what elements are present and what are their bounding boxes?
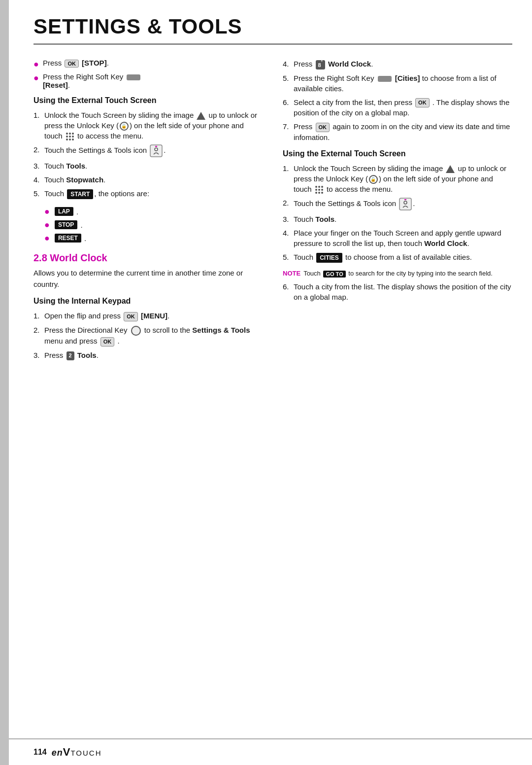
right-top-steps: 4. Press 8* World Clock. 5. Press the Ri… <box>283 59 512 142</box>
list-item: 4. Press 8* World Clock. <box>283 59 512 70</box>
footer-brand: enVTOUCH <box>52 746 102 759</box>
cities-badge: CITIES <box>316 253 342 263</box>
list-item: ● LAP . <box>44 206 263 217</box>
footer-brand-v: V <box>63 746 71 758</box>
list-item: 6. Touch a city from the list. The displ… <box>283 281 512 302</box>
bullet-stop: ● Press OK [STOP]. <box>33 59 263 70</box>
bullet-dot: ● <box>44 220 50 230</box>
ok-key-menu: OK <box>124 312 138 321</box>
directional-key-icon <box>131 326 141 336</box>
list-item: 6. Select a city from the list, then pre… <box>283 97 512 118</box>
page: SETTINGS & TOOLS ● Press OK [STOP]. ● Pr… <box>0 0 532 765</box>
internal-keypad-steps: 1. Open the flip and press OK [MENU]. 2.… <box>33 311 263 360</box>
list-item: 7. Press OK again to zoom in on the city… <box>283 121 512 142</box>
list-item: 3. Touch Tools. <box>283 214 512 224</box>
soft-key-icon <box>127 74 140 80</box>
left-column: ● Press OK [STOP]. ● Press the Right Sof… <box>33 59 263 367</box>
triangle-up-icon <box>197 112 205 120</box>
num8-badge: 8* <box>316 60 325 70</box>
bullet-reset: ● Press the Right Soft Key [Reset]. <box>33 72 263 89</box>
footer-brand-touch: TOUCH <box>70 749 101 757</box>
bullet-dot: ● <box>33 73 39 83</box>
right-column: 4. Press 8* World Clock. 5. Press the Ri… <box>283 59 512 367</box>
list-item: 4. Touch Stopwatch. <box>33 174 263 185</box>
internal-keypad-heading: Using the Internal Keypad <box>33 297 263 306</box>
ok-key: OK <box>415 98 430 107</box>
ok-key: OK <box>65 60 79 68</box>
list-item: ● STOP . <box>44 219 263 230</box>
grid-icon <box>66 133 74 140</box>
footer-page-number: 114 <box>33 748 47 757</box>
list-item: 5. Touch START, the options are: <box>33 188 263 199</box>
list-item: 4. Place your finger on the Touch Screen… <box>283 228 512 248</box>
list-item: 5. Press the Right Soft Key [Cities] to … <box>283 73 512 94</box>
stop-badge: STOP <box>55 220 77 229</box>
grid-icon <box>315 186 323 194</box>
bullet-dot: ● <box>33 59 39 70</box>
list-item: 2. Touch the Settings & Tools icon . <box>33 144 263 157</box>
world-clock-title: 2.8 World Clock <box>33 252 263 264</box>
list-item: 1. Open the flip and press OK [MENU]. <box>33 311 263 321</box>
reset-badge: RESET <box>55 234 81 243</box>
two-column-layout: ● Press OK [STOP]. ● Press the Right Sof… <box>33 59 512 367</box>
list-item: 1. Unlock the Touch Screen by sliding th… <box>33 110 263 141</box>
unlock-key-icon: 🔓 <box>369 175 378 184</box>
ok-key-press: OK <box>100 337 115 347</box>
ext-touch-steps-left: 1. Unlock the Touch Screen by sliding th… <box>33 110 263 199</box>
ext-touch-steps-right-bottom: 6. Touch a city from the list. The displ… <box>283 281 512 302</box>
note-box: NOTE Touch GO TO to search for the city … <box>283 270 512 278</box>
left-bar <box>0 0 9 765</box>
footer-brand-en: en <box>52 748 63 758</box>
list-item: ● RESET . <box>44 233 263 243</box>
bullet-dot: ● <box>44 233 50 243</box>
list-item: 3. Press 2 Tools. <box>33 350 263 360</box>
top-bullets: ● Press OK [STOP]. ● Press the Right Sof… <box>33 59 263 89</box>
footer: 114 enVTOUCH <box>9 738 532 765</box>
lap-badge: LAP <box>55 207 73 216</box>
world-clock-desc: Allows you to determine the current time… <box>33 268 263 290</box>
unlock-key-icon: 🔓 <box>120 122 129 131</box>
note-label: NOTE <box>283 270 300 277</box>
ok-key: OK <box>316 123 330 132</box>
ext-touch-heading-left: Using the External Touch Screen <box>33 96 263 105</box>
start-badge: START <box>67 189 93 200</box>
soft-key-icon <box>378 76 392 82</box>
list-item: 3. Touch Tools. <box>33 161 263 171</box>
ext-touch-steps-right: 1. Unlock the Touch Screen by sliding th… <box>283 163 512 263</box>
goto-badge: GO TO <box>323 271 345 278</box>
bullet-dot: ● <box>44 207 50 217</box>
list-item: 1. Unlock the Touch Screen by sliding th… <box>283 163 512 194</box>
content: SETTINGS & TOOLS ● Press OK [STOP]. ● Pr… <box>9 0 532 397</box>
options-list: ● LAP . ● STOP . ● RESET . <box>44 206 263 243</box>
settings-tools-icon <box>150 144 163 157</box>
settings-tools-icon-right <box>399 198 412 210</box>
list-item: 2. Touch the Settings & Tools icon . <box>283 198 512 210</box>
triangle-up-icon <box>446 165 455 173</box>
num2-badge: 2 <box>66 351 74 360</box>
list-item: 2. Press the Directional Key to scroll t… <box>33 325 263 347</box>
page-title: SETTINGS & TOOLS <box>33 15 512 45</box>
list-item: 5. Touch CITIES to choose from a list of… <box>283 252 512 263</box>
ext-touch-heading-right: Using the External Touch Screen <box>283 149 512 158</box>
